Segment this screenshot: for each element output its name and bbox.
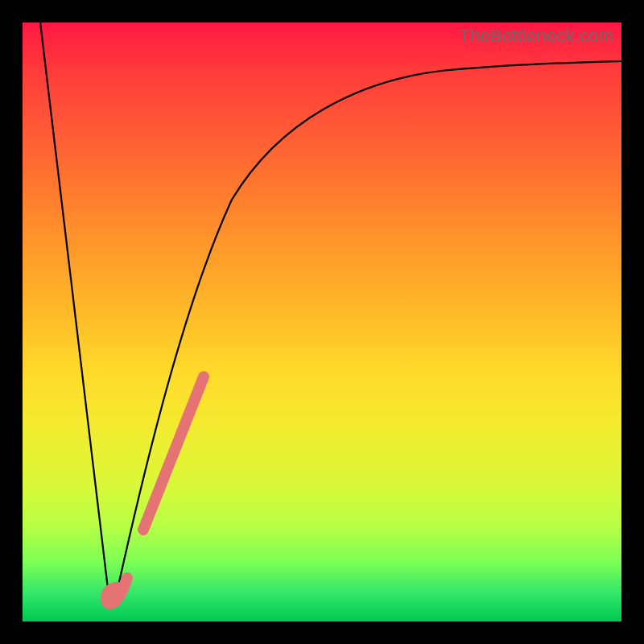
highlight-segment	[143, 377, 204, 530]
chart-frame: TheBottleneck.com	[0, 0, 644, 644]
bottleneck-curve	[40, 23, 621, 602]
chart-svg	[23, 23, 621, 621]
plot-area: TheBottleneck.com	[23, 23, 621, 621]
minimum-hook	[106, 578, 127, 604]
